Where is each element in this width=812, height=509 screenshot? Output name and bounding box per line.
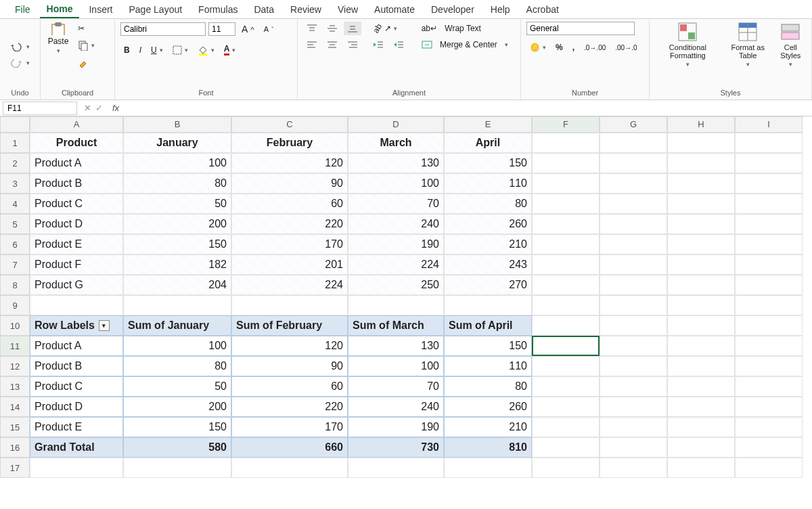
cell-D16[interactable]: 730 (348, 437, 444, 458)
cell-B1[interactable]: January (123, 133, 231, 153)
cell-C13[interactable]: 60 (231, 376, 348, 397)
align-left-button[interactable] (303, 38, 321, 51)
cell-G8[interactable] (600, 275, 667, 295)
align-right-button[interactable] (344, 38, 361, 51)
cell-I11[interactable] (735, 336, 803, 356)
cell-C6[interactable]: 170 (231, 234, 348, 255)
cell-E15[interactable]: 210 (444, 417, 532, 437)
cell-D10[interactable]: Sum of March (348, 315, 444, 336)
enter-formula-icon[interactable]: ✓ (95, 103, 103, 113)
cell-B6[interactable]: 150 (123, 234, 231, 255)
cell-I12[interactable] (735, 356, 803, 376)
cell-C10[interactable]: Sum of February (231, 315, 348, 336)
cell-G13[interactable] (600, 376, 667, 397)
cell-I13[interactable] (735, 376, 803, 397)
fill-color-button[interactable]: ▾ (194, 43, 218, 58)
shrink-font-button[interactable]: Aˇ (261, 23, 277, 35)
align-center-button[interactable] (323, 38, 341, 51)
cell-G15[interactable] (600, 417, 667, 437)
cell-B16[interactable]: 580 (123, 437, 231, 458)
cell-I14[interactable] (735, 397, 803, 417)
menu-view[interactable]: View (331, 1, 365, 18)
cell-A5[interactable]: Product D (30, 214, 123, 234)
paste-button[interactable]: Paste ▾ (46, 22, 70, 54)
col-header-E[interactable]: E (444, 116, 532, 133)
menu-acrobat[interactable]: Acrobat (520, 1, 566, 18)
cell-B5[interactable]: 200 (123, 214, 231, 234)
row-header-4[interactable]: 4 (0, 194, 30, 214)
cell-B4[interactable]: 50 (123, 194, 231, 214)
row-header-12[interactable]: 12 (0, 356, 30, 376)
cell-I1[interactable] (735, 133, 803, 153)
cell-C16[interactable]: 660 (231, 437, 348, 458)
increase-decimal-button[interactable]: .0→.00 (581, 42, 609, 53)
cell-I16[interactable] (735, 437, 803, 458)
menu-data[interactable]: Data (247, 1, 281, 18)
menu-insert[interactable]: Insert (82, 1, 119, 18)
cell-G6[interactable] (600, 234, 667, 255)
cell-E2[interactable]: 150 (444, 153, 532, 173)
cell-G9[interactable] (600, 295, 667, 315)
cell-A4[interactable]: Product C (30, 194, 123, 214)
cell-H5[interactable] (667, 214, 735, 234)
redo-button[interactable]: ▾ (7, 56, 33, 70)
cell-C8[interactable]: 224 (231, 275, 348, 295)
cell-F1[interactable] (532, 133, 600, 153)
cell-D17[interactable] (348, 458, 444, 478)
cell-D6[interactable]: 190 (348, 234, 444, 255)
undo-button[interactable]: ▾ (7, 40, 33, 53)
cell-I8[interactable] (735, 275, 803, 295)
menu-automate[interactable]: Automate (367, 1, 422, 18)
cell-H7[interactable] (667, 255, 735, 275)
menu-formulas[interactable]: Formulas (191, 1, 244, 18)
cell-D4[interactable]: 70 (348, 194, 444, 214)
cell-E5[interactable]: 260 (444, 214, 532, 234)
cell-B9[interactable] (123, 295, 231, 315)
cell-G5[interactable] (600, 214, 667, 234)
percent-button[interactable]: % (552, 41, 566, 54)
cell-F12[interactable] (532, 356, 600, 376)
font-size-combo[interactable] (208, 22, 235, 36)
cell-F9[interactable] (532, 295, 600, 315)
cell-G16[interactable] (600, 437, 667, 458)
cell-H14[interactable] (667, 397, 735, 417)
cell-D15[interactable]: 190 (348, 417, 444, 437)
cell-A9[interactable] (30, 295, 123, 315)
cell-G4[interactable] (600, 194, 667, 214)
cell-E1[interactable]: April (444, 133, 532, 153)
row-header-9[interactable]: 9 (0, 295, 30, 315)
row-header-8[interactable]: 8 (0, 275, 30, 295)
col-header-H[interactable]: H (667, 116, 735, 133)
pivot-filter-button[interactable]: ▾ (99, 320, 110, 331)
col-header-G[interactable]: G (600, 116, 667, 133)
cell-E11[interactable]: 150 (444, 336, 532, 356)
cell-E12[interactable]: 110 (444, 356, 532, 376)
row-header-13[interactable]: 13 (0, 376, 30, 397)
cell-B8[interactable]: 204 (123, 275, 231, 295)
comma-button[interactable]: , (569, 41, 578, 54)
cell-C17[interactable] (231, 458, 348, 478)
menu-page-layout[interactable]: Page Layout (122, 1, 189, 18)
cell-A1[interactable]: Product (30, 133, 123, 153)
cell-A12[interactable]: Product B (30, 356, 123, 376)
cell-A17[interactable] (30, 458, 123, 478)
cell-F3[interactable] (532, 173, 600, 194)
italic-button[interactable]: I (136, 43, 145, 57)
cell-B12[interactable]: 80 (123, 356, 231, 376)
align-bottom-button[interactable] (344, 22, 361, 35)
underline-button[interactable]: U▾ (148, 43, 166, 57)
col-header-I[interactable]: I (735, 116, 803, 133)
cell-I3[interactable] (735, 173, 803, 194)
cell-I4[interactable] (735, 194, 803, 214)
cell-I6[interactable] (735, 234, 803, 255)
cell-A7[interactable]: Product F (30, 255, 123, 275)
cell-B10[interactable]: Sum of January (123, 315, 231, 336)
cell-G10[interactable] (600, 315, 667, 336)
menu-file[interactable]: File (8, 1, 37, 18)
cell-B11[interactable]: 100 (123, 336, 231, 356)
increase-indent-button[interactable] (390, 38, 407, 51)
font-color-button[interactable]: A▾ (221, 42, 240, 58)
cell-F17[interactable] (532, 458, 600, 478)
cell-C7[interactable]: 201 (231, 255, 348, 275)
cancel-formula-icon[interactable]: ✕ (84, 103, 91, 113)
